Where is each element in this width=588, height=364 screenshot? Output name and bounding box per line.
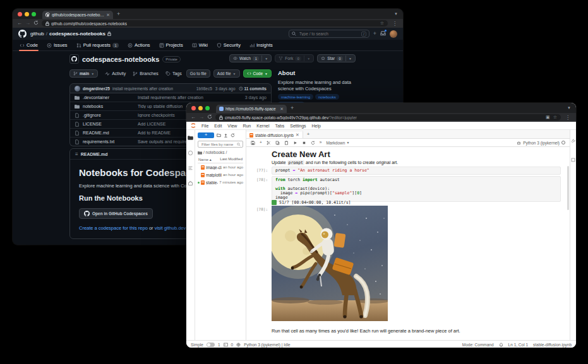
statusbar-filename[interactable]: stable-diffusion.ipynb: [533, 343, 572, 347]
address-bar[interactable]: cmuto09-fluffy-space-potato-w5qdx49v7r29…: [215, 114, 561, 120]
close-window-button[interactable]: [191, 106, 196, 110]
topic-badge[interactable]: machine-learning: [278, 94, 313, 100]
simple-mode-toggle[interactable]: [207, 343, 215, 347]
create-new-button[interactable]: +: [373, 31, 376, 37]
file-breadcrumb[interactable]: / notebooks /: [198, 150, 243, 155]
new-folder-icon[interactable]: [217, 133, 221, 138]
menu-kernel[interactable]: Kernel: [256, 124, 269, 128]
browser-tab[interactable]: https://cmuto09-fluffy-space ✕: [216, 105, 287, 113]
user-avatar[interactable]: [390, 30, 397, 38]
tab-close-icon[interactable]: ✕: [296, 132, 299, 138]
forward-button[interactable]: →: [199, 115, 204, 120]
upload-icon[interactable]: [224, 133, 228, 138]
extension-icon[interactable]: ▣: [546, 115, 550, 120]
list-icon[interactable]: ≡: [75, 151, 78, 157]
tab-security[interactable]: Security: [212, 40, 245, 50]
minimize-window-button[interactable]: [198, 106, 203, 110]
tab-actions[interactable]: Actions: [123, 40, 155, 50]
tab-issues[interactable]: Issues: [42, 40, 72, 50]
tags-link[interactable]: Tags: [165, 71, 182, 76]
menu-run[interactable]: Run: [243, 124, 251, 128]
create-codespace-link[interactable]: Create a codespace for this repo: [79, 225, 148, 231]
zoom-window-button[interactable]: [205, 106, 210, 110]
scrollbar[interactable]: [567, 166, 569, 210]
breadcrumb-repo[interactable]: codespaces-notebooks: [49, 31, 105, 37]
notebook-list-item[interactable]: matplotlib… an hour ago: [198, 171, 243, 179]
notebook-doc-tab[interactable]: stable-diffusion.ipynb ✕: [246, 131, 303, 138]
debugger-panel-icon[interactable]: [571, 153, 575, 165]
command-mode-indicator[interactable]: Mode: Command: [462, 343, 494, 347]
code-cell[interactable]: from torch import autocast with autocast…: [272, 176, 561, 202]
commit-author-avatar[interactable]: [75, 86, 80, 91]
chevron-down-icon[interactable]: ▼: [91, 72, 94, 76]
property-inspector-icon[interactable]: [571, 134, 575, 146]
search-input[interactable]: [298, 31, 359, 37]
browser-menu-icon[interactable]: ⋮: [391, 21, 399, 26]
generated-art-image[interactable]: [272, 206, 388, 321]
topic-badge[interactable]: notebooks: [315, 94, 339, 100]
tab-wiki[interactable]: Wiki: [188, 40, 212, 50]
commit-history-link[interactable]: 11 commits: [239, 86, 267, 91]
tab-projects[interactable]: Projects: [155, 40, 188, 50]
stop-kernel-icon[interactable]: [302, 141, 306, 145]
commit-author[interactable]: dmgardiner25: [83, 86, 110, 91]
breadcrumb-org[interactable]: github: [30, 31, 44, 37]
file-filter[interactable]: [198, 141, 243, 148]
filter-input[interactable]: [200, 142, 236, 147]
new-tab-button[interactable]: +: [287, 103, 297, 113]
code-cell[interactable]: prompt = "An astronaut riding a horse": [272, 167, 561, 175]
branch-selector[interactable]: main ▼: [69, 69, 98, 78]
browser-tab[interactable]: github/codespaces-notebook… ✕: [42, 11, 113, 19]
reload-button[interactable]: [207, 114, 212, 120]
extensions-tab-icon[interactable]: [188, 180, 193, 186]
watch-button[interactable]: Watch 1 ▼: [229, 54, 272, 62]
copy-cells-icon[interactable]: [275, 141, 280, 145]
kernel-sessions-icon[interactable]: [236, 343, 241, 347]
restart-kernel-icon[interactable]: [311, 141, 315, 145]
menu-settings[interactable]: Settings: [290, 124, 306, 128]
tab-close-icon[interactable]: ✕: [106, 13, 110, 17]
refresh-icon[interactable]: [231, 133, 235, 138]
notebook-list-item[interactable]: stable-diff… 7 minutes ago: [198, 179, 243, 186]
chevron-down-icon[interactable]: ▼: [265, 72, 268, 76]
terminal-icon[interactable]: [224, 343, 228, 347]
menu-edit[interactable]: Edit: [214, 124, 222, 128]
kernel-status-text[interactable]: Python 3 (ipykernel) | Idle: [244, 343, 291, 347]
sort-arrow-icon[interactable]: ▴: [210, 158, 212, 161]
paste-cells-icon[interactable]: [284, 141, 289, 145]
cut-cells-icon[interactable]: [267, 141, 271, 145]
tab-pull-requests[interactable]: Pull requests 1: [72, 40, 123, 50]
menu-tabs[interactable]: Tabs: [275, 124, 284, 128]
fork-button[interactable]: Fork 0 ▼: [275, 54, 314, 62]
tab-code[interactable]: Code: [15, 40, 42, 50]
star-button[interactable]: Star 0 ▼: [317, 54, 356, 62]
notifications-inbox-icon[interactable]: [380, 30, 386, 37]
go-to-file-button[interactable]: Go to file: [186, 69, 210, 78]
add-file-button[interactable]: Add file▼: [213, 69, 240, 78]
tab-search-chevron-icon[interactable]: ▼: [567, 103, 571, 113]
bookmark-star-icon[interactable]: ☆: [380, 21, 384, 26]
zoom-window-button[interactable]: [32, 12, 36, 16]
run-cell-icon[interactable]: [293, 141, 297, 145]
tab-insights[interactable]: Insights: [245, 40, 277, 50]
notification-bell-icon[interactable]: [499, 343, 503, 347]
minimize-window-button[interactable]: [25, 12, 29, 16]
bookmark-star-icon[interactable]: ☆: [553, 115, 557, 120]
latest-commit-row[interactable]: dmgardiner25 install requirements after …: [69, 83, 272, 93]
file-browser-tab-icon[interactable]: [188, 135, 193, 141]
chevron-down-icon[interactable]: ▼: [307, 57, 310, 61]
cell-type-select[interactable]: Markdown ▼: [326, 141, 349, 145]
github-logo-icon[interactable]: [18, 30, 27, 38]
new-launcher-button[interactable]: +: [198, 132, 214, 138]
menu-file[interactable]: File: [201, 124, 208, 128]
commit-hash[interactable]: 1b98ec5: [196, 86, 212, 91]
save-icon[interactable]: [251, 141, 255, 145]
menu-view[interactable]: View: [227, 124, 237, 128]
browser-menu-icon[interactable]: ⋮: [564, 115, 572, 120]
global-search[interactable]: /: [289, 30, 369, 38]
new-doc-tab-button[interactable]: +: [303, 131, 314, 138]
menu-help[interactable]: Help: [312, 124, 321, 128]
code-button[interactable]: Code▼: [243, 69, 272, 78]
tab-close-icon[interactable]: ✕: [280, 107, 284, 111]
running-kernels-tab-icon[interactable]: [188, 150, 193, 156]
